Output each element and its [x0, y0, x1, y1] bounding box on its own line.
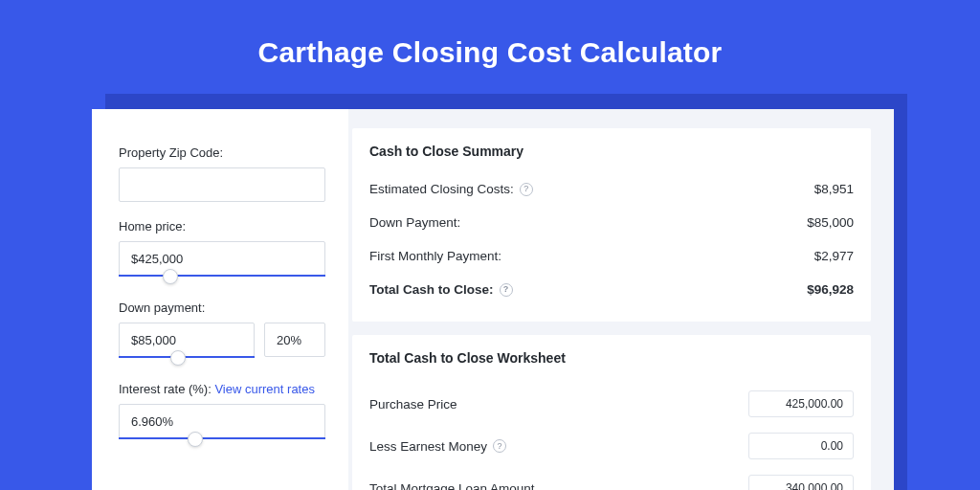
home-price-label: Home price:: [119, 219, 325, 234]
inputs-column: Property Zip Code: Home price: Down paym…: [92, 109, 348, 490]
interest-label: Interest rate (%): View current rates: [119, 382, 325, 396]
summary-label: Estimated Closing Costs:: [369, 182, 514, 196]
worksheet-label: Less Earnest Money: [369, 439, 487, 454]
summary-panel: Cash to Close Summary Estimated Closing …: [352, 128, 871, 322]
down-payment-field-block: Down payment:: [119, 301, 325, 357]
summary-label: Down Payment:: [369, 215, 460, 230]
card-right-shadow: [894, 109, 907, 490]
summary-value: $85,000: [807, 215, 854, 230]
down-payment-slider-thumb[interactable]: [170, 350, 186, 366]
worksheet-row-mortgage-amount: Total Mortgage Loan Amount: [369, 463, 854, 490]
summary-row-total: Total Cash to Close: ? $96,928: [369, 273, 854, 306]
worksheet-label: Total Mortgage Loan Amount: [369, 481, 535, 491]
summary-value: $96,928: [807, 282, 854, 297]
worksheet-row-earnest-money: Less Earnest Money ?: [369, 421, 854, 463]
zip-label: Property Zip Code:: [119, 145, 325, 160]
worksheet-panel: Total Cash to Close Worksheet Purchase P…: [352, 335, 871, 490]
calculator-card: Property Zip Code: Home price: Down paym…: [92, 109, 894, 490]
down-payment-slider-track[interactable]: [119, 356, 255, 358]
home-price-input[interactable]: [119, 241, 325, 276]
page-title: Carthage Closing Cost Calculator: [0, 0, 980, 92]
summary-row-down-payment: Down Payment: $85,000: [369, 206, 854, 239]
summary-label: Total Cash to Close:: [369, 282, 494, 297]
worksheet-input-mortgage-amount[interactable]: [748, 475, 854, 490]
interest-input[interactable]: [119, 404, 325, 438]
home-price-slider-thumb[interactable]: [163, 269, 178, 284]
down-payment-pct-input[interactable]: [264, 323, 325, 357]
interest-slider-thumb[interactable]: [188, 432, 203, 447]
summary-row-first-payment: First Monthly Payment: $2,977: [369, 239, 854, 273]
summary-heading: Cash to Close Summary: [369, 144, 854, 159]
view-rates-link[interactable]: View current rates: [214, 382, 315, 396]
summary-label: First Monthly Payment:: [369, 249, 501, 263]
worksheet-heading: Total Cash to Close Worksheet: [369, 350, 854, 366]
worksheet-input-earnest-money[interactable]: [748, 433, 854, 459]
summary-row-closing-costs: Estimated Closing Costs: ? $8,951: [369, 172, 854, 206]
interest-label-text: Interest rate (%):: [119, 382, 214, 396]
interest-field-block: Interest rate (%): View current rates: [119, 382, 325, 438]
home-price-field-block: Home price:: [119, 219, 325, 276]
help-icon[interactable]: ?: [500, 283, 513, 297]
home-price-slider-track[interactable]: [119, 275, 325, 277]
worksheet-label: Purchase Price: [369, 397, 457, 412]
zip-field-block: Property Zip Code:: [119, 145, 325, 202]
summary-value: $2,977: [814, 249, 854, 263]
results-column: Cash to Close Summary Estimated Closing …: [348, 109, 894, 490]
zip-input[interactable]: [119, 167, 325, 202]
down-payment-input[interactable]: [119, 323, 255, 357]
summary-value: $8,951: [814, 182, 854, 196]
help-icon[interactable]: ?: [493, 439, 506, 453]
worksheet-row-purchase-price: Purchase Price: [369, 379, 854, 421]
help-icon[interactable]: ?: [520, 183, 533, 196]
down-payment-label: Down payment:: [119, 301, 325, 315]
worksheet-input-purchase-price[interactable]: [748, 390, 854, 417]
interest-slider-track[interactable]: [119, 437, 325, 439]
